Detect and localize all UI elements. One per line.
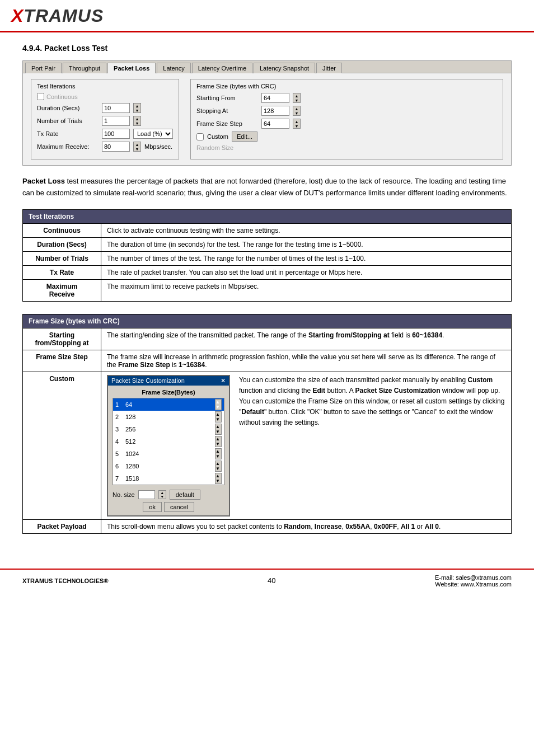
test-iterations-title: Test Iterations	[37, 83, 173, 90]
footer: XTRAMUS TECHNOLOGIES® 40 E-mail: sales@x…	[0, 569, 534, 592]
starting-label: Startting From	[196, 95, 258, 101]
txrate-unit-select[interactable]: Load (%) Mbps	[133, 129, 173, 139]
dialog-action-row: ok cancel	[113, 502, 224, 512]
duration-label: Duration (Secs)	[37, 105, 99, 111]
row-desc-custom: Packet Size Customization ✕ Frame Size(B…	[101, 372, 512, 519]
table-row: Startingfrom/Stopping at The starting/en…	[23, 328, 512, 350]
row-desc-frame-step: The frame size will increase in arithmet…	[101, 350, 512, 372]
random-size-label: Random Size	[196, 144, 233, 151]
txrate-input[interactable]	[102, 129, 130, 139]
trials-row: Number of Trials ▲▼	[37, 116, 173, 126]
starting-input[interactable]	[261, 93, 289, 103]
list-item[interactable]: 2 128 ▲▼	[113, 411, 224, 423]
description-text: test measures the percentage of packets …	[22, 177, 507, 197]
tab-latency[interactable]: Latency	[157, 63, 191, 73]
custom-label: Custom	[207, 133, 228, 140]
table-row: Tx Rate The rate of packet transfer. You…	[23, 265, 512, 279]
frame-size-table: Frame Size (bytes with CRC) Startingfrom…	[22, 314, 512, 534]
trials-label: Number of Trials	[37, 118, 99, 124]
tab-packet-loss[interactable]: Packet Loss	[107, 63, 156, 73]
row-label-frame-step: Frame Size Step	[23, 350, 101, 372]
panel-body: Test Iterations Continuous Duration (Sec…	[23, 73, 511, 165]
description-bold: Packet Loss	[22, 177, 65, 185]
step-input[interactable]	[261, 119, 289, 129]
logo: XTRAMUS	[11, 6, 104, 26]
starting-spinner[interactable]: ▲▼	[293, 93, 301, 103]
test-iterations-table: Test Iterations Continuous Click to acti…	[22, 209, 512, 302]
table2-header: Frame Size (bytes with CRC)	[23, 314, 512, 328]
custom-checkbox-row: Custom Edit...	[196, 132, 497, 142]
continuous-row: Continuous	[37, 93, 173, 100]
row-label-starting: Startingfrom/Stopping at	[23, 328, 101, 350]
row-desc-continuous: Click to activate continuous testing wit…	[101, 223, 512, 237]
row-label-txrate: Tx Rate	[23, 265, 101, 279]
stopping-label: Stopping At	[196, 107, 258, 114]
edit-button[interactable]: Edit...	[232, 132, 257, 142]
dialog-body: Frame Size(Bytes) 1 64 ▲▼ 2	[108, 386, 229, 515]
list-item[interactable]: 4 512 ▲▼	[113, 435, 224, 448]
table-row: Duration (Secs) The duration of time (in…	[23, 237, 512, 251]
tab-latency-snapshot[interactable]: Latency Snapshot	[254, 63, 315, 73]
test-iterations-section: Test Iterations Continuous Duration (Sec…	[31, 79, 179, 159]
row-desc-maxreceive: The maximum limit to receive packets in …	[101, 279, 512, 301]
row-label-continuous: Continuous	[23, 223, 101, 237]
no-size-spinner[interactable]: ▲▼	[158, 490, 166, 499]
continuous-checkbox[interactable]	[37, 93, 44, 100]
row-label-maxreceive: MaximumReceive	[23, 279, 101, 301]
tab-port-pair[interactable]: Port Pair	[25, 63, 62, 73]
cancel-button[interactable]: cancel	[164, 502, 194, 512]
table-row: Frame Size Step The frame size will incr…	[23, 350, 512, 372]
frame-size-title: Frame Size (bytes with CRC)	[196, 83, 497, 90]
footer-page-number: 40	[268, 576, 275, 585]
tab-jitter[interactable]: Jitter	[316, 63, 342, 73]
tab-throughput[interactable]: Throughput	[63, 63, 106, 73]
duration-spinner[interactable]: ▲▼	[133, 103, 141, 113]
row-label-trials: Number of Trials	[23, 251, 101, 265]
step-row: Frame Size Step ▲▼	[196, 119, 497, 129]
custom-checkbox[interactable]	[196, 133, 204, 140]
custom-image-area: Packet Size Customization ✕ Frame Size(B…	[107, 375, 505, 516]
maxreceive-label: Maximum Receive:	[37, 143, 99, 150]
duration-input[interactable]	[102, 103, 130, 113]
list-item[interactable]: 6 1280 ▲▼	[113, 460, 224, 472]
list-item[interactable]: 5 1024 ▲▼	[113, 448, 224, 460]
starting-from-row: Startting From ▲▼	[196, 93, 497, 103]
dialog-close-icon[interactable]: ✕	[221, 377, 226, 384]
table-row: MaximumReceive The maximum limit to rece…	[23, 279, 512, 301]
config-panel: Port Pair Throughput Packet Loss Latency…	[22, 60, 512, 166]
row-desc-packet-payload: This scroll-down menu allows you to set …	[101, 519, 512, 533]
table-row-packet-payload: Packet Payload This scroll-down menu all…	[23, 519, 512, 533]
ok-button[interactable]: ok	[143, 502, 162, 512]
stopping-input[interactable]	[261, 106, 289, 116]
no-size-input[interactable]	[138, 490, 155, 499]
tab-latency-overtime[interactable]: Latency Overtime	[192, 63, 252, 73]
packet-size-dialog: Packet Size Customization ✕ Frame Size(B…	[107, 375, 230, 516]
footer-company: XTRAMUS TECHNOLOGIES®	[22, 577, 109, 584]
maxreceive-unit: Mbps/sec.	[144, 143, 172, 150]
default-button[interactable]: default	[170, 490, 200, 500]
step-label: Frame Size Step	[196, 120, 258, 127]
maxreceive-input[interactable]	[102, 142, 130, 152]
tab-bar: Port Pair Throughput Packet Loss Latency…	[23, 61, 511, 73]
txrate-row: Tx Rate Load (%) Mbps	[37, 129, 173, 139]
trials-input[interactable]	[102, 116, 130, 126]
frame-size-section: Frame Size (bytes with CRC) Startting Fr…	[190, 79, 503, 159]
dialog-list-header: Frame Size(Bytes)	[113, 389, 224, 396]
step-spinner[interactable]: ▲▼	[293, 119, 301, 129]
dialog-footer: No. size ▲▼ default	[113, 490, 224, 500]
no-size-label: No. size	[113, 491, 135, 498]
stopping-spinner[interactable]: ▲▼	[293, 106, 301, 116]
dialog-title: Packet Size Customization	[111, 377, 185, 384]
dialog-title-bar: Packet Size Customization ✕	[108, 376, 229, 386]
row-desc-txrate: The rate of packet transfer. You can als…	[101, 265, 512, 279]
table-row-custom: Custom Packet Size Customization ✕ Frame…	[23, 372, 512, 519]
list-item[interactable]: 7 1518 ▲▼	[113, 472, 224, 485]
trials-spinner[interactable]: ▲▼	[133, 116, 141, 126]
maxreceive-row: Maximum Receive: ▲▼ Mbps/sec.	[37, 142, 173, 152]
logo-name: TRAMUS	[24, 6, 104, 26]
list-item[interactable]: 3 256 ▲▼	[113, 423, 224, 435]
list-item[interactable]: 1 64 ▲▼	[113, 398, 224, 411]
section-title: 4.9.4. Packet Loss Test	[22, 44, 512, 53]
row-desc-starting: The starting/ending size of the transmit…	[101, 328, 512, 350]
maxreceive-spinner[interactable]: ▲▼	[133, 142, 141, 152]
